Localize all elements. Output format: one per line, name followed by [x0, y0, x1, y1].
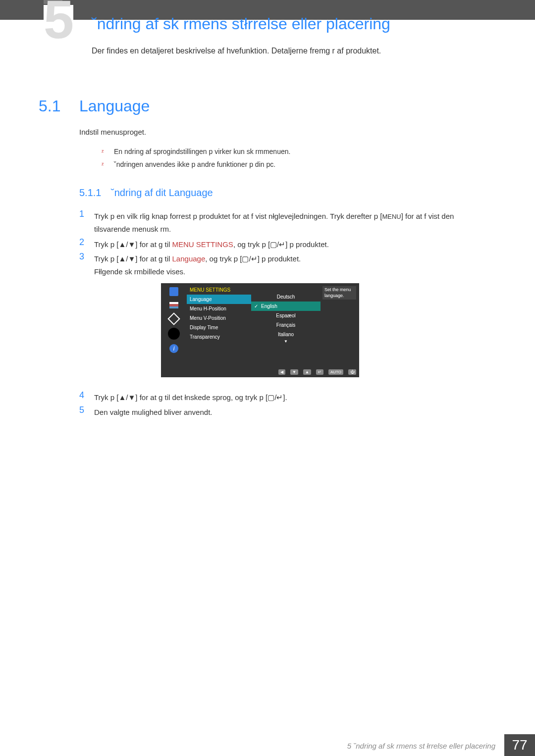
bullet-1: En ndring af sprogindstillingen p virker… — [114, 148, 290, 155]
osd-sidebar: i — [161, 283, 187, 377]
step-number-3: 3 — [79, 252, 84, 262]
step-1-text: Tryk p en vilk rlig knap forrest p produ… — [94, 210, 476, 235]
info-icon: i — [169, 344, 178, 353]
osd-menu-list: MENU SETTINGS Language Menu H-Position M… — [187, 285, 251, 342]
osd-item-language: Language — [187, 295, 251, 304]
body-text: Indstil menusproget. — [79, 128, 146, 136]
subsection-title: ˘ndring af dit Language — [111, 187, 213, 199]
step-3-text: Tryk p [▲/▼] for at g til Language, og t… — [94, 252, 476, 278]
enter-icons: ▢/↵ — [268, 391, 283, 404]
section-number: 5.1 — [39, 97, 60, 115]
step-number-4: 4 — [79, 390, 84, 401]
intro-text: Der findes en detaljeret beskrivelse af … — [92, 47, 381, 55]
lang-italiano: Italiano — [251, 330, 321, 339]
step-number-1: 1 — [79, 209, 84, 219]
bullet-marker: z — [102, 149, 104, 153]
nav-left-icon: ◀ — [278, 369, 285, 375]
osd-item-h-position: Menu H-Position — [187, 304, 251, 313]
nav-auto: AUTO — [328, 369, 343, 375]
monitor-icon — [169, 287, 178, 296]
osd-bottom-bar: ◀ ▼ ▲ ↵ AUTO ⏻ — [234, 368, 356, 375]
lang-english-selected: English — [251, 302, 321, 311]
enter-icons: ▢/↵ — [270, 238, 285, 251]
step-number-2: 2 — [79, 237, 84, 248]
lang-francais: Français — [251, 320, 321, 330]
osd-language-list: Deutsch English Espaæol Français Italian… — [251, 292, 321, 344]
subsection-number: 5.1.1 — [79, 187, 101, 199]
osd-item-display-time: Display Time — [187, 323, 251, 332]
osd-screenshot: i MENU SETTINGS Language Menu H-Position… — [161, 283, 359, 377]
nav-up-icon: ▲ — [303, 369, 311, 375]
chapter-number: 5 — [44, 0, 74, 47]
up-down-icon: ▲/▼ — [118, 252, 135, 265]
lang-deutsch: Deutsch — [251, 292, 321, 302]
up-down-icon: ▲/▼ — [118, 391, 135, 404]
up-down-icon: ▲/▼ — [118, 238, 135, 251]
section-title: Language — [79, 97, 150, 115]
nav-power-icon: ⏻ — [348, 369, 356, 375]
menu-icon — [169, 302, 178, 308]
nav-enter-icon: ↵ — [316, 369, 323, 375]
bullet-marker: z — [102, 161, 104, 166]
footer-text: 5 ˘ndring af sk rmens st łrrelse eller p… — [347, 742, 495, 750]
step-2-text: Tryk p [▲/▼] for at g til MENU SETTINGS,… — [94, 238, 476, 251]
step-4-text: Tryk p [▲/▼] for at g til det łnskede sp… — [94, 391, 476, 404]
step-number-5: 5 — [79, 405, 84, 415]
page-number: 77 — [504, 734, 535, 756]
nav-down-icon: ▼ — [290, 369, 298, 375]
osd-hint: Set the menu language. — [322, 286, 356, 300]
gear-icon — [169, 329, 178, 338]
osd-item-transparency: Transparency — [187, 332, 251, 342]
osd-item-v-position: Menu V-Position — [187, 313, 251, 323]
bullet-2: ˘ndringen anvendes ikke p andre funktion… — [114, 160, 275, 168]
osd-title: MENU SETTINGS — [187, 285, 251, 295]
page-title: ˘ndring af sk rmens stłrrelse eller plac… — [92, 15, 390, 33]
position-icon — [167, 312, 180, 325]
lang-espanol: Espaæol — [251, 311, 321, 320]
enter-icons: ▢/↵ — [242, 252, 257, 265]
step-5-text: Den valgte mulighed bliver anvendt. — [94, 406, 476, 419]
lang-more-arrow: ▼ — [251, 339, 321, 344]
